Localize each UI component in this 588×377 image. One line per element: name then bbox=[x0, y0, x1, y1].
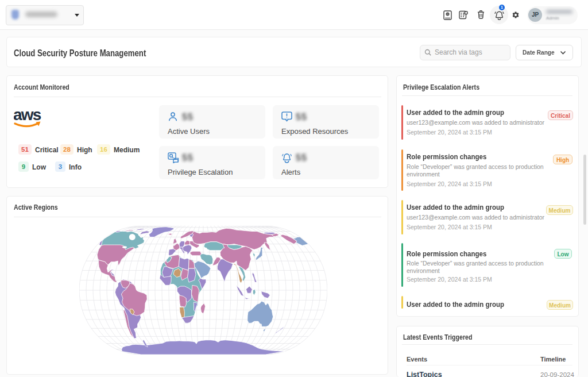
svg-text:aws: aws bbox=[14, 107, 41, 124]
